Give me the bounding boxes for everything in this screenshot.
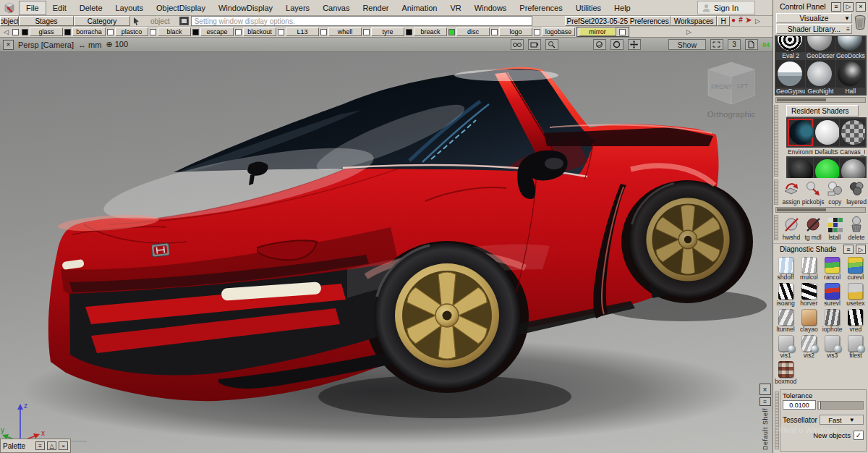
view-count-button[interactable]: 3	[728, 39, 741, 50]
tessellator-dropdown[interactable]: Fast ▼	[820, 415, 864, 425]
shelf-close-icon[interactable]: ×	[760, 384, 771, 395]
menu-utilities[interactable]: Utilities	[569, 1, 608, 14]
palette-window[interactable]: Palette ≡ △ ×	[0, 439, 71, 453]
swatch-escape[interactable]	[192, 29, 199, 35]
diagnostic-icon-usetex[interactable]	[848, 283, 863, 300]
shelf-item-breack[interactable]: breack	[414, 27, 447, 36]
swatch-borracha[interactable]	[64, 29, 71, 35]
front-wheel[interactable]	[374, 242, 520, 389]
shader-thumb-geonight[interactable]	[806, 60, 835, 88]
resident-thumb-defaults[interactable]	[814, 119, 839, 146]
shelf-item-l13[interactable]: L13	[286, 27, 319, 36]
shelf-item-borracha[interactable]: borracha	[72, 27, 106, 36]
resident-shaders-tab[interactable]: Resident Shaders	[786, 105, 859, 117]
menu-animation[interactable]: Animation	[396, 1, 444, 14]
swatch-logo[interactable]	[491, 29, 498, 35]
diagnostic-expand-icon[interactable]: ▷	[856, 245, 866, 254]
tool-pickobjs[interactable]: pickobjs	[802, 180, 825, 206]
resident-thumb-canvasr[interactable]	[840, 119, 865, 146]
diagnostic-icon-isoang[interactable]	[778, 283, 793, 300]
shelf-item-tyre[interactable]: tyre	[371, 27, 404, 36]
diagnostic-icon-boxmod[interactable]	[778, 361, 793, 378]
menu-windows[interactable]: Windows	[468, 1, 514, 14]
palette-close-icon[interactable]: ×	[59, 441, 68, 450]
resident-thumb-environm[interactable]	[788, 119, 813, 146]
frame-icon[interactable]	[710, 39, 723, 50]
tab-stages[interactable]: Stages	[19, 16, 74, 26]
pan-icon[interactable]	[628, 39, 641, 50]
shader-thumb-geodeser[interactable]	[806, 36, 835, 52]
show-button[interactable]: Show	[668, 39, 706, 50]
diagnostic-menu-icon[interactable]: ≡	[843, 245, 854, 254]
diagnostic-icon-clayao[interactable]	[801, 309, 817, 326]
resident-thumb-6[interactable]	[840, 158, 865, 178]
hotbox-icon[interactable]: H	[717, 16, 730, 26]
tab-category[interactable]: Category	[74, 16, 130, 26]
menu-layouts[interactable]: Layouts	[109, 1, 150, 14]
swatch-black[interactable]	[150, 29, 156, 35]
tool-assign[interactable]: assign	[780, 180, 802, 206]
shelf-item-glass[interactable]: glass	[30, 27, 63, 36]
perspective-viewport[interactable]: FRONT LFT Orthographic z x y Palette	[0, 52, 773, 453]
shader-thumb-geogypsu[interactable]	[776, 60, 805, 88]
tab-object[interactable]: object	[0, 16, 19, 26]
tolerance-input[interactable]	[783, 400, 816, 410]
car-3d-model[interactable]	[0, 52, 773, 453]
resident-thumb-5[interactable]	[814, 158, 839, 178]
swatch-whell[interactable]	[320, 29, 327, 35]
resident-thumb-4[interactable]	[788, 158, 813, 178]
palette-menu-icon[interactable]: ≡	[35, 441, 45, 450]
tools-scrollbar[interactable]	[775, 207, 866, 213]
viewport-close-icon[interactable]: ×	[3, 40, 14, 50]
section-drag-handle[interactable]	[774, 105, 778, 177]
menu-preferences[interactable]: Preferences	[513, 1, 569, 14]
shader-thumb-hall[interactable]	[836, 60, 865, 88]
workspaces-button[interactable]: Workspaces	[671, 16, 717, 26]
panel-menu-icon[interactable]: ≡	[831, 2, 841, 12]
window-display-icon[interactable]	[179, 17, 189, 25]
shelf-item-escape[interactable]: escape	[200, 27, 234, 36]
swatch-disc[interactable]	[448, 29, 455, 35]
menu-vr[interactable]: VR	[443, 1, 467, 14]
palette-minimize-icon[interactable]: △	[47, 441, 56, 450]
tool-copy[interactable]: copy	[824, 180, 846, 206]
shelf-item-blackout[interactable]: blackout	[243, 27, 276, 36]
panel-close-icon[interactable]: ×	[856, 2, 866, 12]
display-options-field[interactable]	[191, 16, 532, 26]
shelf-item-mirror[interactable]: mirror	[579, 27, 616, 36]
scroll-left-arrow[interactable]: ◁	[1, 28, 11, 35]
diagnostic-icon-horver[interactable]	[801, 283, 817, 300]
tool-hwshd[interactable]: hwshd	[780, 216, 802, 241]
swatch-l13[interactable]	[278, 29, 284, 35]
shelf-item-logo[interactable]: logo	[499, 27, 532, 36]
pointer-icon[interactable]: ➤	[744, 16, 753, 26]
circle-select-icon[interactable]	[610, 39, 624, 50]
shelf-item-logobase[interactable]: logobase	[542, 27, 575, 36]
diagnostic-icon-vis3[interactable]	[825, 335, 840, 352]
panel-expand-icon[interactable]: ▷	[843, 2, 854, 12]
diagnostic-icon-vred[interactable]	[848, 309, 863, 326]
expand-row-arrow[interactable]: ▷	[753, 16, 762, 26]
swatch-glass[interactable]	[22, 29, 28, 35]
diagnostic-icon-curevl[interactable]	[848, 257, 863, 274]
menu-edit[interactable]: Edit	[46, 1, 73, 14]
app-logo-icon[interactable]	[1, 1, 17, 15]
shelf-item-plastco[interactable]: plastco	[115, 27, 148, 36]
page-icon[interactable]	[745, 39, 758, 50]
menu-windowdisplay[interactable]: WindowDisplay	[212, 1, 279, 14]
diagnostic-icon-mulcol[interactable]	[801, 257, 817, 274]
sign-in-button[interactable]: Sign In	[697, 1, 755, 14]
prefset-button[interactable]: PrefSet2023-05-25 Preferences	[565, 16, 671, 26]
swatch-tyre[interactable]	[363, 29, 370, 35]
swatch-mirror[interactable]	[619, 29, 626, 35]
diagnostic-icon-surevl[interactable]	[825, 283, 840, 300]
swatch-logobase[interactable]	[534, 29, 540, 35]
section-drag-handle[interactable]	[775, 391, 779, 449]
diagnostic-icon-ltunnel[interactable]	[778, 309, 793, 326]
diagnostic-icon-shdoff[interactable]	[778, 257, 793, 274]
orbit-icon[interactable]	[593, 39, 606, 50]
shelf-menu-icon[interactable]: ≡	[760, 397, 771, 406]
swatch-plastco[interactable]	[107, 29, 114, 35]
menu-layers[interactable]: Layers	[279, 1, 316, 14]
diagnostic-icon-vis1[interactable]	[778, 335, 793, 352]
